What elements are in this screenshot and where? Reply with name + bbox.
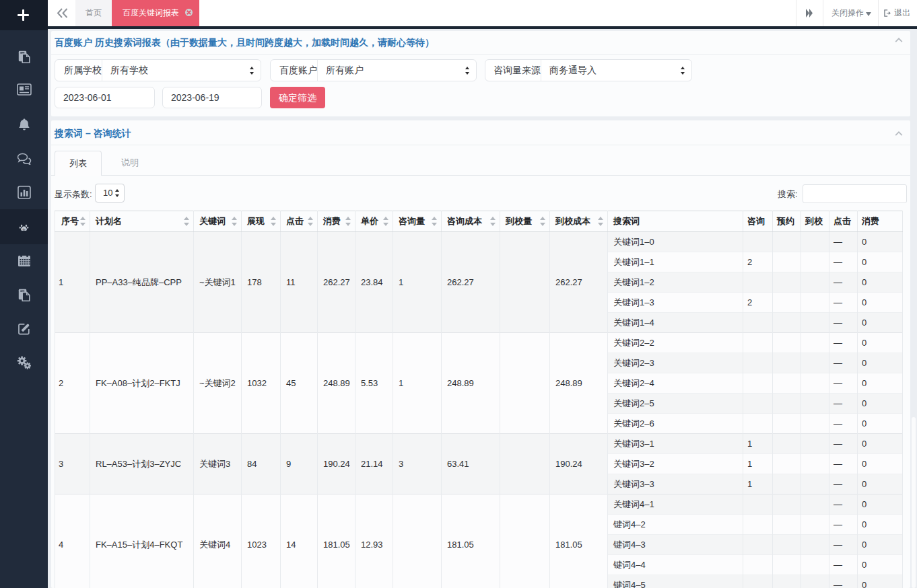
svg-text:du: du: [23, 227, 26, 230]
